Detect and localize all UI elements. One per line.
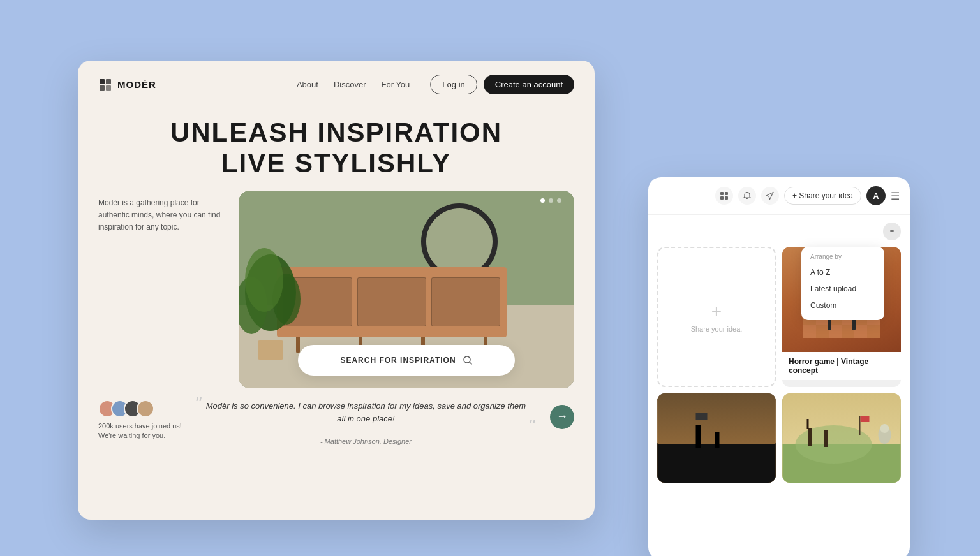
search-icon bbox=[463, 355, 473, 365]
share-idea-button[interactable]: + Share your idea bbox=[784, 187, 861, 205]
svg-rect-32 bbox=[867, 325, 880, 338]
svg-rect-28 bbox=[816, 325, 829, 338]
svg-rect-48 bbox=[808, 428, 812, 446]
filter-button[interactable]: ≡ bbox=[883, 223, 901, 240]
svg-rect-0 bbox=[100, 79, 105, 84]
svg-rect-3 bbox=[106, 85, 111, 91]
create-account-button[interactable]: Create an account bbox=[484, 75, 574, 94]
svg-rect-2 bbox=[100, 85, 105, 91]
filter-row: ≡ bbox=[657, 223, 901, 240]
arrange-a-to-z[interactable]: A to Z bbox=[801, 264, 884, 281]
svg-rect-44 bbox=[715, 432, 720, 448]
social-proof: 200k users have joined us! We're waiting… bbox=[98, 400, 182, 441]
dot-1[interactable] bbox=[540, 198, 545, 203]
svg-line-9 bbox=[470, 362, 471, 364]
adventure-card[interactable] bbox=[657, 393, 776, 483]
arrange-latest-upload[interactable]: Latest upload bbox=[801, 281, 884, 297]
left-description: Modèr is a gathering place for authentic… bbox=[98, 191, 226, 388]
testimonial-quote: " Modèr is so conveniene. I can browse i… bbox=[202, 400, 530, 446]
nav-links: About Discover For You bbox=[297, 80, 410, 89]
nature-card[interactable] bbox=[782, 393, 901, 483]
next-testimonial-button[interactable]: → bbox=[550, 405, 574, 429]
svg-rect-51 bbox=[859, 416, 861, 435]
vintage-card-label: Horror game | Vintage concept bbox=[782, 352, 901, 380]
dot-2[interactable] bbox=[549, 198, 553, 203]
arrange-label: Arrange by bbox=[801, 253, 884, 264]
svg-rect-36 bbox=[828, 319, 831, 330]
svg-rect-12 bbox=[720, 196, 724, 200]
menu-button[interactable]: ☰ bbox=[891, 190, 900, 202]
bell-icon[interactable] bbox=[738, 187, 756, 205]
svg-point-54 bbox=[880, 424, 889, 433]
user-avatar[interactable]: A bbox=[866, 186, 886, 205]
nav-about[interactable]: About bbox=[297, 80, 318, 89]
svg-rect-42 bbox=[696, 425, 701, 448]
quote-author: - Matthew Johnson, Designer bbox=[202, 437, 530, 445]
dot-3[interactable] bbox=[557, 198, 561, 203]
logo-text: MODÈR bbox=[117, 79, 156, 90]
quote-close-icon: " bbox=[528, 417, 535, 435]
adventure-illustration bbox=[657, 393, 776, 483]
slideshow-dots bbox=[540, 198, 561, 203]
nav-for-you[interactable]: For You bbox=[382, 80, 410, 89]
svg-rect-10 bbox=[720, 192, 724, 195]
svg-rect-13 bbox=[725, 196, 728, 200]
logo: MODÈR bbox=[98, 78, 156, 92]
share-idea-label: + Share your idea bbox=[792, 191, 853, 200]
nav-discover[interactable]: Discover bbox=[334, 80, 366, 89]
placeholder-card[interactable]: + Share your idea. bbox=[657, 247, 776, 387]
login-button[interactable]: Log in bbox=[430, 75, 477, 94]
user-avatars bbox=[98, 400, 182, 418]
filter-icon: ≡ bbox=[890, 228, 894, 235]
hero-image-container: SEARCH FOR INSPIRATION bbox=[239, 191, 574, 388]
add-icon: + bbox=[711, 301, 722, 321]
svg-rect-11 bbox=[725, 192, 728, 195]
svg-rect-1 bbox=[106, 79, 111, 84]
search-bar[interactable]: SEARCH FOR INSPIRATION bbox=[298, 345, 515, 376]
navbar: MODÈR About Discover For You Log in Crea… bbox=[78, 61, 595, 108]
sideboard bbox=[277, 267, 507, 337]
landing-card: MODÈR About Discover For You Log in Crea… bbox=[78, 61, 595, 520]
svg-rect-50 bbox=[824, 430, 828, 447]
quote-open-icon: " bbox=[195, 395, 201, 413]
grid-icon[interactable] bbox=[715, 187, 733, 205]
search-label: SEARCH FOR INSPIRATION bbox=[340, 356, 456, 365]
hero-title: UNLEASH INSPIRATION LIVE STYLISHLY bbox=[78, 117, 595, 179]
main-content: Modèr is a gathering place for authentic… bbox=[78, 179, 595, 388]
arrange-custom[interactable]: Custom bbox=[801, 297, 884, 314]
svg-point-7 bbox=[245, 248, 283, 312]
send-icon[interactable] bbox=[761, 187, 779, 205]
plant-decoration bbox=[239, 232, 302, 360]
right-panel: + Share your idea A ☰ ≡ Arrange by A to … bbox=[648, 177, 910, 556]
right-panel-content: ≡ Arrange by A to Z Latest upload Custom… bbox=[648, 215, 910, 490]
hero-line1: UNLEASH INSPIRATION LIVE STYLISHLY bbox=[98, 117, 574, 179]
sideboard-drawers bbox=[277, 267, 507, 337]
svg-rect-41 bbox=[658, 444, 776, 483]
join-text: 200k users have joined us! We're waiting… bbox=[98, 421, 182, 441]
svg-rect-52 bbox=[861, 416, 870, 422]
placeholder-text: Share your idea. bbox=[691, 325, 743, 333]
svg-rect-43 bbox=[696, 413, 708, 420]
svg-rect-49 bbox=[807, 419, 809, 429]
moder-logo-icon bbox=[98, 78, 112, 92]
right-panel-header: + Share your idea A ☰ bbox=[648, 177, 910, 215]
svg-rect-37 bbox=[852, 319, 856, 330]
nature-illustration bbox=[782, 393, 901, 483]
arrange-dropdown: Arrange by A to Z Latest upload Custom bbox=[801, 247, 884, 320]
avatar-4 bbox=[137, 400, 154, 418]
testimonial-section: 200k users have joined us! We're waiting… bbox=[78, 388, 595, 457]
